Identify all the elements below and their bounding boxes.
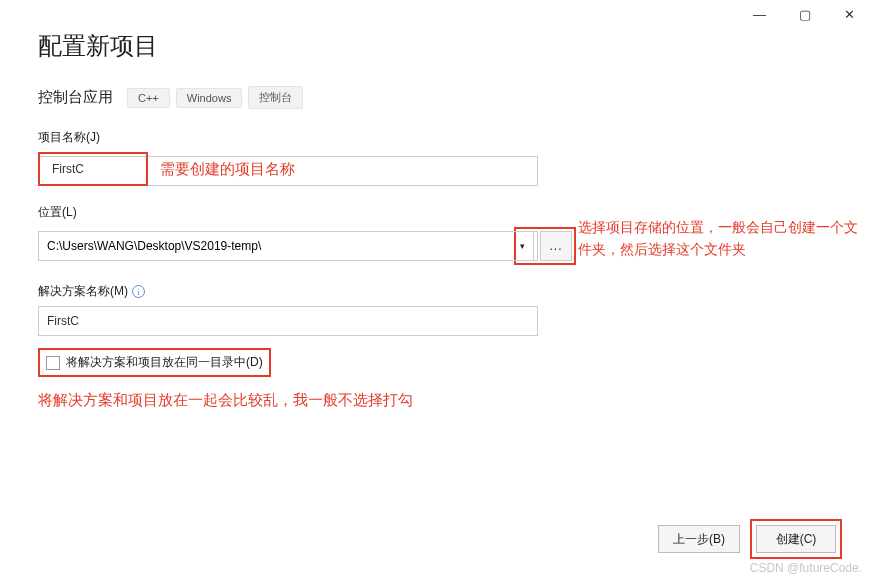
project-name-highlight bbox=[38, 152, 148, 186]
maximize-button[interactable]: ▢ bbox=[782, 0, 827, 28]
tag-windows: Windows bbox=[176, 88, 243, 108]
checkbox-row: 将解决方案和项目放在同一目录中(D) bbox=[38, 348, 834, 377]
subtitle-row: 控制台应用 C++ Windows 控制台 bbox=[38, 86, 834, 109]
titlebar: — ▢ ✕ bbox=[737, 0, 872, 28]
location-input[interactable] bbox=[38, 231, 538, 261]
footer: 上一步(B) 创建(C) bbox=[658, 519, 842, 559]
close-button[interactable]: ✕ bbox=[827, 0, 872, 28]
checkbox-annotation: 将解决方案和项目放在一起会比较乱，我一般不选择打勾 bbox=[38, 391, 834, 410]
same-directory-label: 将解决方案和项目放在同一目录中(D) bbox=[66, 354, 263, 371]
location-annotation: 选择项目存储的位置，一般会自己创建一个文件夹，然后选择这个文件夹 bbox=[578, 216, 868, 261]
tag-console: 控制台 bbox=[248, 86, 303, 109]
app-type-label: 控制台应用 bbox=[38, 88, 113, 107]
info-icon[interactable]: i bbox=[132, 285, 145, 298]
solution-row: 解决方案名称(M) i bbox=[38, 283, 834, 336]
create-button-highlight: 创建(C) bbox=[750, 519, 842, 559]
browse-button[interactable]: ... bbox=[540, 231, 572, 261]
solution-name-input[interactable] bbox=[38, 306, 538, 336]
location-controls-highlight: ▾ ... bbox=[514, 227, 576, 265]
project-name-label: 项目名称(J) bbox=[38, 129, 834, 146]
minimize-button[interactable]: — bbox=[737, 0, 782, 28]
tag-cpp: C++ bbox=[127, 88, 170, 108]
create-button[interactable]: 创建(C) bbox=[756, 525, 836, 553]
back-button[interactable]: 上一步(B) bbox=[658, 525, 740, 553]
location-dropdown-button[interactable]: ▾ bbox=[512, 231, 534, 261]
project-name-input[interactable] bbox=[44, 157, 142, 181]
main-content: 配置新项目 控制台应用 C++ Windows 控制台 项目名称(J) 需要创建… bbox=[0, 0, 872, 410]
project-name-annotation: 需要创建的项目名称 bbox=[160, 160, 295, 179]
solution-name-label: 解决方案名称(M) i bbox=[38, 283, 834, 300]
project-name-row: 需要创建的项目名称 bbox=[38, 152, 834, 186]
watermark: CSDN @futureCode. bbox=[750, 561, 862, 575]
checkbox-highlight: 将解决方案和项目放在同一目录中(D) bbox=[38, 348, 271, 377]
same-directory-checkbox[interactable] bbox=[46, 356, 60, 370]
page-title: 配置新项目 bbox=[38, 30, 834, 62]
